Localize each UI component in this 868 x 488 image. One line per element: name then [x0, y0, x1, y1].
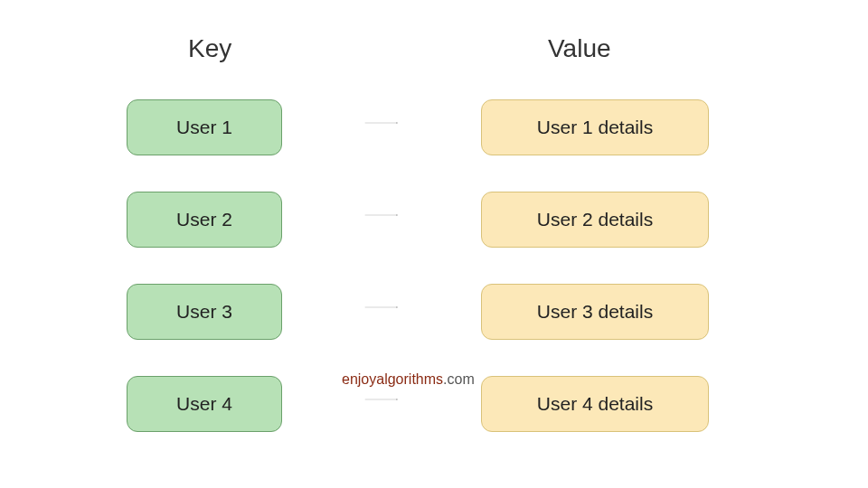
arrow-icon: [282, 122, 481, 124]
key-box: User 1: [127, 99, 282, 155]
value-box: User 3 details: [481, 284, 709, 340]
watermark-brand: enjoyalgorithms: [342, 371, 443, 387]
kv-rows: User 1 User 1 details User 2 User 2 deta…: [0, 99, 868, 468]
key-label: User 1: [176, 117, 232, 138]
header-value: Value: [548, 34, 611, 63]
kv-row: User 3 User 3 details: [0, 284, 868, 340]
value-label: User 3 details: [537, 301, 653, 323]
svg-marker-3: [396, 214, 398, 216]
svg-marker-5: [396, 306, 398, 308]
header-key: Key: [188, 34, 231, 63]
value-box: User 2 details: [481, 192, 709, 248]
value-label: User 2 details: [537, 209, 653, 230]
value-label: User 1 details: [537, 117, 653, 138]
key-box: User 4: [127, 376, 282, 432]
arrow-icon: [282, 214, 481, 216]
arrow-icon: [282, 306, 481, 308]
kv-row: User 2 User 2 details: [0, 192, 868, 248]
arrow-icon: [282, 399, 481, 400]
value-label: User 4 details: [537, 393, 653, 415]
value-box: User 1 details: [481, 99, 709, 155]
key-label: User 3: [176, 301, 232, 323]
key-label: User 4: [176, 393, 232, 415]
key-label: User 2: [176, 209, 232, 230]
svg-marker-1: [396, 122, 398, 124]
key-box: User 3: [127, 284, 282, 340]
key-box: User 2: [127, 192, 282, 248]
watermark-domain: .com: [443, 371, 475, 387]
watermark: enjoyalgorithms.com: [342, 371, 475, 388]
kv-row: User 1 User 1 details: [0, 99, 868, 155]
value-box: User 4 details: [481, 376, 709, 432]
svg-marker-7: [396, 399, 398, 400]
